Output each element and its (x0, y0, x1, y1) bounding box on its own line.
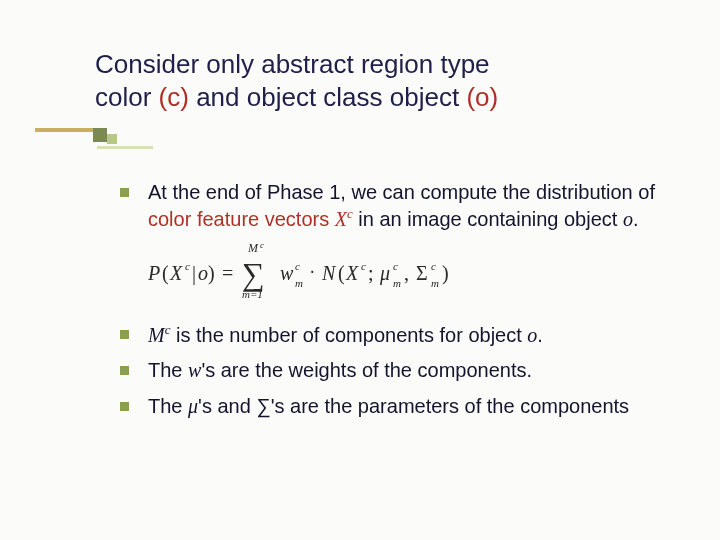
bullet-4: The μ's and ∑'s are the parameters of th… (120, 394, 675, 420)
b2-M: M (148, 324, 165, 346)
formula-svg: P ( X c | o ) = M c ∑ m=1 w c m · N (148, 240, 508, 302)
f-comma: , (404, 262, 409, 284)
b4-mu: μ (188, 395, 198, 417)
f-open: ( (162, 262, 169, 285)
bullet-group-2: Mc is the number of components for objec… (120, 322, 675, 419)
title-o: (o) (466, 82, 498, 112)
b1-dot: . (633, 207, 639, 229)
f-musub: m (393, 277, 401, 289)
f-eq: = (222, 262, 233, 284)
bullet-3: The w's are the weights of the component… (120, 358, 675, 384)
f-N: N (321, 262, 337, 284)
slide-body: At the end of Phase 1, we can compute th… (120, 180, 675, 429)
f-NX: X (345, 262, 359, 284)
f-wsub: m (295, 277, 303, 289)
b1-text-a: At the end of Phase 1, we can compute th… (148, 181, 655, 203)
b2-o: o (527, 324, 537, 346)
title-c: (c) (159, 82, 189, 112)
b4-c: 's are the parameters of the components (271, 395, 629, 417)
f-Nclose: ) (442, 262, 449, 285)
b4-b: 's and (198, 395, 256, 417)
slide-title: Consider only abstract region type color… (95, 48, 675, 113)
title-line1: Consider only abstract region type (95, 49, 490, 79)
f-sumbot: m=1 (242, 288, 263, 300)
title-line2-mid: and object class object (189, 82, 467, 112)
f-wsup: c (295, 260, 300, 272)
formula: P ( X c | o ) = M c ∑ m=1 w c m · N (148, 240, 675, 302)
b3-w: w (188, 359, 201, 381)
f-musup: c (393, 260, 398, 272)
b3-b: 's are the weights of the components. (201, 359, 532, 381)
b1-text-b: in an image containing object (353, 207, 623, 229)
b2-dot: . (537, 324, 543, 346)
f-close: ) (208, 262, 215, 285)
b3-a: The (148, 359, 188, 381)
b4-a: The (148, 395, 188, 417)
square-bullet-icon (120, 366, 129, 375)
f-Mtop: M (247, 241, 259, 255)
f-Sig: Σ (416, 262, 428, 284)
f-mu: μ (379, 262, 390, 285)
square-bullet-icon (120, 330, 129, 339)
f-dot: · (310, 262, 315, 282)
f-Sigsup: c (431, 260, 436, 272)
b1-X: X (335, 207, 347, 229)
f-Sigsub: m (431, 277, 439, 289)
f-sum: ∑ (242, 256, 265, 292)
f-NXc: c (361, 260, 366, 272)
bullet-1: At the end of Phase 1, we can compute th… (120, 180, 675, 232)
slide: Consider only abstract region type color… (0, 0, 720, 540)
square-bullet-icon (120, 188, 129, 197)
f-semi: ; (368, 262, 374, 284)
f-Nopen: ( (338, 262, 345, 285)
bullet-2: Mc is the number of components for objec… (120, 322, 675, 348)
f-Xc: c (185, 260, 190, 272)
square-bullet-icon (120, 402, 129, 411)
f-bar: | (192, 262, 196, 285)
f-Mtopc: c (260, 240, 264, 250)
f-o: o (198, 262, 208, 284)
b1-o: o (623, 207, 633, 229)
f-X: X (169, 262, 183, 284)
f-P: P (148, 262, 160, 284)
title-line2-pre: color (95, 82, 159, 112)
b4-sig: ∑ (256, 395, 270, 417)
b1-red: color feature vectors (148, 207, 335, 229)
title-accent-graphic (35, 128, 121, 160)
f-w: w (280, 262, 294, 284)
b2-mid: is the number of components for object (170, 324, 527, 346)
